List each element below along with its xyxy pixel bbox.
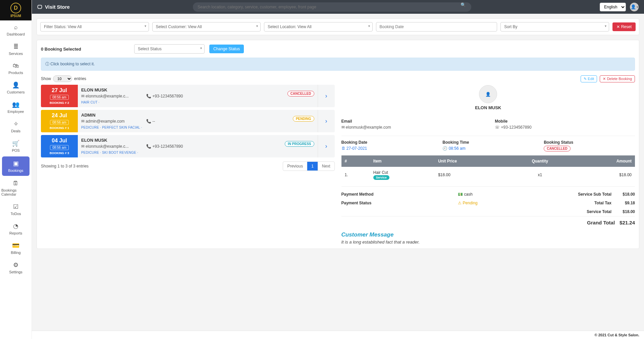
sidebar: D IPSUM ⌕Dashboard≣Services🛍Products👤Cus… <box>0 0 32 339</box>
booking-card[interactable]: 27 Jul08:56 amBOOKING # 2ELON MUSK✉ elon… <box>41 85 335 107</box>
service-total-label: Service Total <box>575 209 615 214</box>
pencil-icon: ✎ <box>584 77 588 81</box>
nav-products[interactable]: 🛍Products <box>0 59 32 78</box>
global-search-input[interactable] <box>193 2 471 12</box>
language-select[interactable]: English <box>600 3 626 11</box>
nav-dashboard[interactable]: ⌕Dashboard <box>0 20 32 40</box>
nav-label: Reports <box>9 231 22 235</box>
reset-button[interactable]: ✕Reset <box>612 22 636 31</box>
bulk-status-select[interactable]: Select Status <box>134 44 205 54</box>
nav-pos[interactable]: 🛒POS <box>0 136 32 156</box>
nav-label: Services <box>9 52 23 56</box>
nav-icon: ✧ <box>13 120 18 128</box>
booking-email: ✉ elonmusk@example.c... <box>81 144 138 149</box>
booking-date-block: 04 Jul08:56 amBOOKING # 3 <box>41 135 78 157</box>
booking-services: PEDICURE · SKI BOOT REVENGE · <box>81 151 314 154</box>
pagination: Previous 1 Next <box>283 161 334 171</box>
nav-icon: 👤 <box>12 81 19 89</box>
grand-total-value: $21.24 <box>620 220 635 225</box>
filter-location-select[interactable]: Select Location: View All <box>264 22 373 31</box>
logo-icon: D <box>10 3 21 13</box>
booking-number: BOOKING # 2 <box>50 101 69 105</box>
mail-icon: ✉ <box>341 125 346 130</box>
booking-date-block: 27 Jul08:56 amBOOKING # 2 <box>41 85 78 107</box>
nav-deals[interactable]: ✧Deals <box>0 117 32 136</box>
nav-label: Settings <box>9 270 22 274</box>
entries-select[interactable]: 10 <box>53 75 72 82</box>
bdate-text: 27-07-2021 <box>346 146 367 151</box>
nav-bookings-calendar[interactable]: 🗓Bookings Calendar <box>0 177 32 200</box>
phone-icon: ☏ <box>495 125 501 130</box>
chevron-right-icon[interactable]: › <box>318 85 335 107</box>
booking-body: ELON MUSK✉ elonmusk@example.c...📞 +93-12… <box>78 85 318 107</box>
booking-status: IN PROGRESS <box>285 141 314 146</box>
info-alert: ⓘ Click booking to select it. <box>41 58 635 71</box>
booking-card[interactable]: 04 Jul08:56 amBOOKING # 3ELON MUSK✉ elon… <box>41 135 335 157</box>
booking-time: 08:56 am <box>50 120 69 125</box>
nav-employee[interactable]: 👥Employee <box>0 97 32 117</box>
topbar: 🖵 Visit Store 🔍 English 👤▾ <box>32 0 644 14</box>
cell-unit: $18.00 <box>435 167 507 183</box>
subtotal-label: Service Sub Total <box>575 192 615 197</box>
booking-meta: Booking Date 🗓 27-07-2021 Booking Time 🕘… <box>341 136 635 151</box>
booking-detail-column: ✎ Edit ✕ Delete Booking 👤 ELON MUSK Emai… <box>341 75 635 245</box>
booking-time-label: Booking Time <box>442 140 534 145</box>
brand-name: IPSUM <box>10 14 21 18</box>
close-icon: ✕ <box>603 77 607 81</box>
visit-label: Visit Store <box>45 4 70 10</box>
booking-list: 27 Jul08:56 amBOOKING # 2ELON MUSK✉ elon… <box>41 85 335 157</box>
booking-time: 08:56 am <box>50 145 69 150</box>
nav-billing[interactable]: 💳Billing <box>0 239 32 258</box>
booking-date-label: Booking Date <box>341 140 433 145</box>
page-1[interactable]: 1 <box>307 162 318 171</box>
filter-sort-select[interactable]: Sort By <box>500 22 609 31</box>
booking-time-value: 🕘 08:56 am <box>442 146 534 151</box>
cash-icon: 💵 <box>458 192 464 197</box>
nav-customers[interactable]: 👤Customers <box>0 78 32 97</box>
nav-label: Customers <box>7 90 24 94</box>
nav-services[interactable]: ≣Services <box>0 40 32 59</box>
filter-status-select[interactable]: Filter Status: View All <box>40 22 149 31</box>
chevron-right-icon[interactable]: › <box>318 110 335 132</box>
page-prev[interactable]: Previous <box>283 162 307 171</box>
page-next[interactable]: Next <box>318 162 334 171</box>
email-text: elonmusk@example.com <box>346 125 391 130</box>
search-wrap: 🔍 <box>70 2 600 12</box>
filter-customer-select[interactable]: Select Customer: View All <box>152 22 261 31</box>
search-icon[interactable]: 🔍 <box>461 2 466 12</box>
filter-bar: Filter Status: View All Select Customer:… <box>37 18 639 35</box>
booking-phone: 📞 -- <box>146 119 155 124</box>
booking-card[interactable]: 24 Jul08:56 amBOOKING # 1ADMIN✉ admin@ex… <box>41 110 335 132</box>
nav-settings[interactable]: ⚙Settings <box>0 258 32 277</box>
nav-reports[interactable]: ◔Reports <box>0 219 32 239</box>
nav-label: POS <box>12 148 19 152</box>
grand-total-row: Grand Total $21.24 <box>341 216 635 225</box>
tax-value: $9.18 <box>615 201 635 205</box>
edit-booking-button[interactable]: ✎ Edit <box>581 75 597 82</box>
nav-todos[interactable]: ☑ToDos <box>0 200 32 219</box>
nav-icon: ◔ <box>13 222 18 230</box>
pm-text: cash <box>464 192 473 197</box>
clock-icon: 🕘 <box>442 146 448 151</box>
btime-text: 08:56 am <box>449 146 466 151</box>
user-menu[interactable]: 👤▾ <box>630 3 639 11</box>
payment-method-label: Payment Method <box>341 192 458 197</box>
delete-booking-button[interactable]: ✕ Delete Booking <box>600 75 635 82</box>
booking-email: ✉ admin@example.com <box>81 119 138 124</box>
nav-bookings[interactable]: ▣Bookings <box>2 156 30 176</box>
booking-status: PENDING <box>293 116 314 121</box>
booking-list-column: Show 10 entries 27 Jul08:56 amBOOKING # … <box>41 75 335 171</box>
calendar-icon: 🗓 <box>341 146 346 151</box>
booking-day: 27 Jul <box>52 87 67 93</box>
brand-logo: D IPSUM <box>0 0 32 20</box>
filter-date-input[interactable] <box>376 22 497 31</box>
booking-number: BOOKING # 1 <box>50 126 69 130</box>
change-status-button[interactable]: Change Status <box>209 45 244 53</box>
booking-customer-name: ELON MUSK <box>81 138 314 143</box>
booking-date-value: 🗓 27-07-2021 <box>341 146 433 151</box>
visit-store-link[interactable]: 🖵 Visit Store <box>37 4 70 10</box>
booking-time: 08:56 am <box>50 95 69 100</box>
payment-method-value: 💵 cash <box>458 192 575 197</box>
chevron-right-icon[interactable]: › <box>318 135 335 157</box>
customer-avatar: 👤 <box>479 85 497 103</box>
